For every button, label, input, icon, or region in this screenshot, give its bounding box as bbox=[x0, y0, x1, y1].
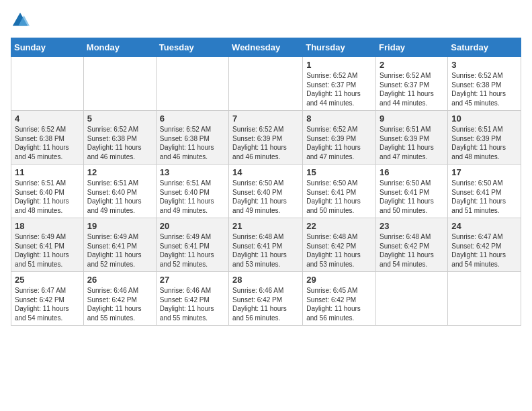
day-number: 21 bbox=[232, 221, 299, 231]
calendar-cell: 26Sunrise: 6:46 AM Sunset: 6:42 PM Dayli… bbox=[83, 272, 156, 326]
day-info: Sunrise: 6:47 AM Sunset: 6:42 PM Dayligh… bbox=[15, 286, 80, 322]
day-number: 15 bbox=[306, 167, 372, 177]
day-number: 2 bbox=[380, 60, 444, 70]
day-number: 6 bbox=[160, 113, 225, 124]
weekday-header-sunday: Sunday bbox=[11, 38, 84, 57]
calendar-cell: 24Sunrise: 6:47 AM Sunset: 6:42 PM Dayli… bbox=[448, 218, 521, 272]
calendar-cell: 6Sunrise: 6:52 AM Sunset: 6:38 PM Daylig… bbox=[156, 111, 228, 165]
day-number: 8 bbox=[306, 113, 372, 124]
calendar-cell: 10Sunrise: 6:51 AM Sunset: 6:39 PM Dayli… bbox=[448, 111, 521, 165]
day-info: Sunrise: 6:50 AM Sunset: 6:41 PM Dayligh… bbox=[380, 179, 444, 215]
day-number: 23 bbox=[380, 221, 444, 231]
day-info: Sunrise: 6:46 AM Sunset: 6:42 PM Dayligh… bbox=[160, 286, 225, 322]
day-number: 12 bbox=[87, 167, 152, 177]
day-number: 22 bbox=[306, 221, 372, 231]
day-info: Sunrise: 6:48 AM Sunset: 6:42 PM Dayligh… bbox=[380, 232, 444, 269]
day-number: 11 bbox=[15, 167, 80, 177]
day-number: 25 bbox=[15, 275, 80, 285]
calendar-cell: 16Sunrise: 6:50 AM Sunset: 6:41 PM Dayli… bbox=[376, 165, 448, 218]
calendar-cell bbox=[229, 57, 303, 111]
calendar-cell: 12Sunrise: 6:51 AM Sunset: 6:40 PM Dayli… bbox=[83, 165, 156, 218]
day-info: Sunrise: 6:49 AM Sunset: 6:41 PM Dayligh… bbox=[160, 232, 225, 269]
day-info: Sunrise: 6:52 AM Sunset: 6:37 PM Dayligh… bbox=[380, 71, 444, 107]
day-number: 24 bbox=[451, 221, 517, 231]
day-info: Sunrise: 6:51 AM Sunset: 6:40 PM Dayligh… bbox=[87, 179, 152, 215]
day-number: 16 bbox=[380, 167, 444, 177]
day-info: Sunrise: 6:52 AM Sunset: 6:38 PM Dayligh… bbox=[15, 125, 80, 161]
day-info: Sunrise: 6:50 AM Sunset: 6:41 PM Dayligh… bbox=[306, 179, 372, 215]
weekday-header-saturday: Saturday bbox=[448, 38, 521, 57]
calendar-cell: 21Sunrise: 6:48 AM Sunset: 6:41 PM Dayli… bbox=[229, 218, 303, 272]
calendar-cell: 4Sunrise: 6:52 AM Sunset: 6:38 PM Daylig… bbox=[11, 111, 84, 165]
day-info: Sunrise: 6:49 AM Sunset: 6:41 PM Dayligh… bbox=[87, 232, 152, 269]
day-number: 20 bbox=[160, 221, 225, 231]
day-info: Sunrise: 6:50 AM Sunset: 6:40 PM Dayligh… bbox=[232, 179, 299, 215]
day-info: Sunrise: 6:46 AM Sunset: 6:42 PM Dayligh… bbox=[232, 286, 299, 322]
day-info: Sunrise: 6:52 AM Sunset: 6:37 PM Dayligh… bbox=[306, 71, 372, 107]
calendar-cell: 28Sunrise: 6:46 AM Sunset: 6:42 PM Dayli… bbox=[229, 272, 303, 326]
calendar-cell: 19Sunrise: 6:49 AM Sunset: 6:41 PM Dayli… bbox=[83, 218, 156, 272]
calendar-cell: 2Sunrise: 6:52 AM Sunset: 6:37 PM Daylig… bbox=[376, 57, 448, 111]
page-header bbox=[11, 11, 521, 30]
calendar-cell bbox=[448, 272, 521, 326]
calendar-cell: 11Sunrise: 6:51 AM Sunset: 6:40 PM Dayli… bbox=[11, 165, 84, 218]
day-info: Sunrise: 6:46 AM Sunset: 6:42 PM Dayligh… bbox=[87, 286, 152, 322]
calendar-cell: 27Sunrise: 6:46 AM Sunset: 6:42 PM Dayli… bbox=[156, 272, 228, 326]
day-info: Sunrise: 6:45 AM Sunset: 6:42 PM Dayligh… bbox=[306, 286, 372, 322]
calendar-week-row: 11Sunrise: 6:51 AM Sunset: 6:40 PM Dayli… bbox=[11, 165, 521, 218]
day-info: Sunrise: 6:52 AM Sunset: 6:38 PM Dayligh… bbox=[451, 71, 517, 107]
day-number: 10 bbox=[451, 113, 517, 124]
day-number: 9 bbox=[380, 113, 444, 124]
day-info: Sunrise: 6:51 AM Sunset: 6:40 PM Dayligh… bbox=[160, 179, 225, 215]
calendar-cell: 15Sunrise: 6:50 AM Sunset: 6:41 PM Dayli… bbox=[303, 165, 376, 218]
day-number: 4 bbox=[15, 113, 80, 124]
calendar-week-row: 1Sunrise: 6:52 AM Sunset: 6:37 PM Daylig… bbox=[11, 57, 521, 111]
weekday-header-friday: Friday bbox=[376, 38, 448, 57]
calendar-cell: 1Sunrise: 6:52 AM Sunset: 6:37 PM Daylig… bbox=[303, 57, 376, 111]
day-info: Sunrise: 6:52 AM Sunset: 6:39 PM Dayligh… bbox=[232, 125, 299, 161]
logo-icon bbox=[11, 11, 30, 30]
day-number: 1 bbox=[306, 60, 372, 70]
calendar-week-row: 25Sunrise: 6:47 AM Sunset: 6:42 PM Dayli… bbox=[11, 272, 521, 326]
day-info: Sunrise: 6:48 AM Sunset: 6:41 PM Dayligh… bbox=[232, 232, 299, 269]
day-number: 13 bbox=[160, 167, 225, 177]
day-info: Sunrise: 6:47 AM Sunset: 6:42 PM Dayligh… bbox=[451, 232, 517, 269]
day-number: 7 bbox=[232, 113, 299, 124]
day-number: 18 bbox=[15, 221, 80, 231]
day-info: Sunrise: 6:51 AM Sunset: 6:39 PM Dayligh… bbox=[451, 125, 517, 161]
weekday-header-monday: Monday bbox=[83, 38, 156, 57]
day-info: Sunrise: 6:51 AM Sunset: 6:39 PM Dayligh… bbox=[380, 125, 444, 161]
calendar-cell: 23Sunrise: 6:48 AM Sunset: 6:42 PM Dayli… bbox=[376, 218, 448, 272]
calendar-cell: 17Sunrise: 6:50 AM Sunset: 6:41 PM Dayli… bbox=[448, 165, 521, 218]
weekday-header-tuesday: Tuesday bbox=[156, 38, 228, 57]
day-number: 26 bbox=[87, 275, 152, 285]
day-info: Sunrise: 6:49 AM Sunset: 6:41 PM Dayligh… bbox=[15, 232, 80, 269]
calendar-cell: 3Sunrise: 6:52 AM Sunset: 6:38 PM Daylig… bbox=[448, 57, 521, 111]
weekday-header-thursday: Thursday bbox=[303, 38, 376, 57]
day-number: 27 bbox=[160, 275, 225, 285]
calendar-cell: 20Sunrise: 6:49 AM Sunset: 6:41 PM Dayli… bbox=[156, 218, 228, 272]
calendar-cell: 9Sunrise: 6:51 AM Sunset: 6:39 PM Daylig… bbox=[376, 111, 448, 165]
calendar-table: SundayMondayTuesdayWednesdayThursdayFrid… bbox=[11, 38, 521, 326]
calendar-cell: 5Sunrise: 6:52 AM Sunset: 6:38 PM Daylig… bbox=[83, 111, 156, 165]
calendar-cell: 25Sunrise: 6:47 AM Sunset: 6:42 PM Dayli… bbox=[11, 272, 84, 326]
day-info: Sunrise: 6:51 AM Sunset: 6:40 PM Dayligh… bbox=[15, 179, 80, 215]
calendar-cell: 14Sunrise: 6:50 AM Sunset: 6:40 PM Dayli… bbox=[229, 165, 303, 218]
day-number: 28 bbox=[232, 275, 299, 285]
day-info: Sunrise: 6:52 AM Sunset: 6:39 PM Dayligh… bbox=[306, 125, 372, 161]
calendar-cell: 8Sunrise: 6:52 AM Sunset: 6:39 PM Daylig… bbox=[303, 111, 376, 165]
calendar-cell: 13Sunrise: 6:51 AM Sunset: 6:40 PM Dayli… bbox=[156, 165, 228, 218]
calendar-cell: 29Sunrise: 6:45 AM Sunset: 6:42 PM Dayli… bbox=[303, 272, 376, 326]
calendar-cell bbox=[11, 57, 84, 111]
calendar-cell: 22Sunrise: 6:48 AM Sunset: 6:42 PM Dayli… bbox=[303, 218, 376, 272]
day-number: 29 bbox=[306, 275, 372, 285]
day-number: 5 bbox=[87, 113, 152, 124]
calendar-week-row: 18Sunrise: 6:49 AM Sunset: 6:41 PM Dayli… bbox=[11, 218, 521, 272]
calendar-cell: 7Sunrise: 6:52 AM Sunset: 6:39 PM Daylig… bbox=[229, 111, 303, 165]
calendar-cell: 18Sunrise: 6:49 AM Sunset: 6:41 PM Dayli… bbox=[11, 218, 84, 272]
day-info: Sunrise: 6:52 AM Sunset: 6:38 PM Dayligh… bbox=[87, 125, 152, 161]
calendar-week-row: 4Sunrise: 6:52 AM Sunset: 6:38 PM Daylig… bbox=[11, 111, 521, 165]
logo bbox=[11, 11, 32, 30]
day-info: Sunrise: 6:48 AM Sunset: 6:42 PM Dayligh… bbox=[306, 232, 372, 269]
calendar-cell bbox=[83, 57, 156, 111]
